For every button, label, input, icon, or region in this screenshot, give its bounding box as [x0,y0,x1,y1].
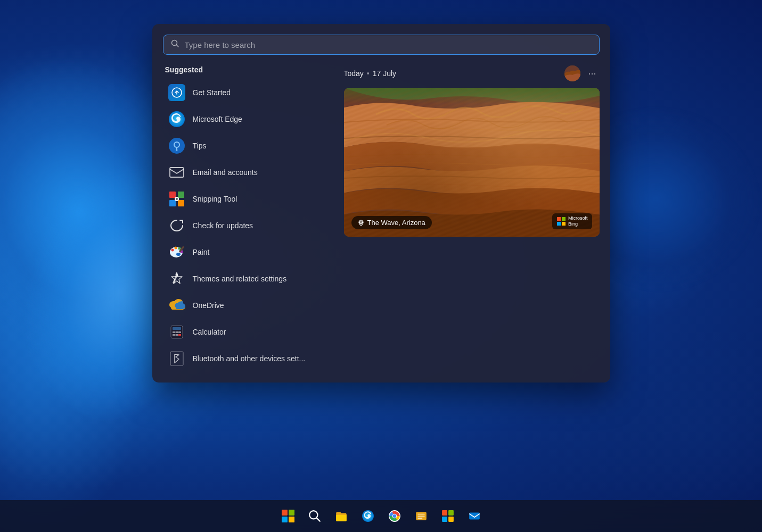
email-icon [168,164,185,181]
news-location-text: The Wave, Arizona [367,219,425,227]
taskbar-store-button[interactable] [436,504,460,528]
svg-rect-31 [170,352,183,365]
news-today-label: Today [344,69,364,78]
svg-rect-10 [178,192,184,198]
taskbar-mail-button[interactable] [463,504,486,528]
news-separator: • [367,69,370,78]
news-image-container[interactable]: The Wave, Arizona Microsoft Bing [344,88,600,237]
taskbar-search-icon [308,510,321,522]
news-avatar[interactable] [564,65,580,81]
svg-point-7 [176,149,177,151]
news-controls: ··· [564,65,599,81]
taskbar [0,500,762,532]
search-input[interactable] [185,40,592,49]
app-name-get-started: Get Started [193,88,231,97]
app-name-bluetooth: Bluetooth and other devices sett... [193,354,306,363]
list-item-bluetooth[interactable]: Bluetooth and other devices sett... [163,345,333,372]
svg-rect-42 [282,517,288,522]
app-name-tips: Tips [193,142,207,150]
svg-point-4 [169,138,185,154]
tips-icon [168,137,185,154]
list-item-tips[interactable]: Tips [163,132,333,159]
rock-green-top [344,88,600,104]
calculator-icon [168,323,185,340]
update-icon [168,217,185,234]
list-item-paint[interactable]: Paint [163,239,333,265]
main-content-area: Suggested Get Started [163,65,600,372]
microsoft-logo-icon [556,217,566,226]
themes-icon [168,270,185,287]
taskbar-files-icon [415,510,428,522]
taskbar-search-button[interactable] [303,504,326,528]
news-caption: The Wave, Arizona [351,216,432,229]
list-item-calculator[interactable]: Calculator [163,319,333,345]
search-icon [171,39,179,50]
list-item-snipping[interactable]: Snipping Tool [163,186,333,212]
taskbar-files-button[interactable] [409,504,433,528]
app-list: Get Started [163,79,333,372]
app-name-edge: Microsoft Edge [193,115,242,123]
svg-rect-38 [557,222,561,226]
svg-rect-12 [178,200,184,206]
snipping-icon [168,190,185,207]
list-item-edge[interactable]: Microsoft Edge [163,106,333,132]
svg-rect-29 [175,334,178,336]
svg-point-50 [392,514,396,518]
get-started-icon [168,84,185,101]
microsoft-text: Microsoft [568,215,588,221]
taskbar-store-icon [441,510,454,522]
taskbar-edge-button[interactable] [356,504,380,528]
bluetooth-icon [168,350,185,367]
list-item-email[interactable]: Email and accounts [163,159,333,186]
start-menu: Suggested Get Started [152,24,610,383]
list-item-themes[interactable]: Themes and related settings [163,265,333,292]
app-name-calculator: Calculator [193,328,226,336]
svg-rect-39 [562,222,566,226]
svg-rect-57 [442,517,447,522]
bing-text-group: Microsoft Bing [568,215,588,227]
svg-point-17 [176,253,181,256]
svg-rect-56 [448,510,454,516]
svg-rect-37 [562,217,566,221]
more-options-button[interactable]: ··· [585,67,599,80]
svg-rect-25 [173,331,175,333]
taskbar-chrome-icon [388,510,401,522]
bing-logo: Microsoft Bing [552,213,592,229]
taskbar-chrome-button[interactable] [383,504,406,528]
list-item-updates[interactable]: Check for updates [163,212,333,239]
svg-point-19 [174,247,177,250]
windows-logo-icon [282,510,294,522]
svg-rect-54 [417,518,422,519]
svg-rect-26 [175,331,178,333]
news-column: Today • 17 July ··· [344,65,600,372]
svg-rect-28 [173,334,175,336]
svg-rect-59 [469,512,480,519]
app-name-themes: Themes and related settings [193,275,287,283]
svg-point-14 [176,198,178,200]
list-item-onedrive[interactable]: OneDrive [163,292,333,319]
taskbar-mail-icon [468,510,481,522]
news-header: Today • 17 July ··· [344,65,600,81]
suggested-label: Suggested [163,65,333,74]
search-bar[interactable] [163,35,600,55]
list-item-get-started[interactable]: Get Started [163,79,333,106]
svg-line-1 [176,45,178,47]
bing-text: Bing [568,221,588,227]
svg-rect-9 [169,192,176,198]
paint-icon [168,244,185,261]
suggested-column: Suggested Get Started [163,65,333,372]
svg-rect-46 [336,515,347,521]
app-name-onedrive: OneDrive [193,301,224,310]
svg-rect-24 [173,327,181,330]
svg-rect-53 [417,516,424,517]
svg-rect-43 [289,517,294,522]
news-date-area: Today • 17 July [344,69,397,78]
file-explorer-button[interactable] [330,504,353,528]
app-name-snipping: Snipping Tool [193,195,237,203]
start-button[interactable] [276,504,300,528]
file-explorer-icon [335,510,348,522]
svg-rect-40 [282,510,288,516]
svg-rect-8 [170,168,184,177]
location-icon [358,220,364,226]
svg-rect-30 [178,334,181,336]
